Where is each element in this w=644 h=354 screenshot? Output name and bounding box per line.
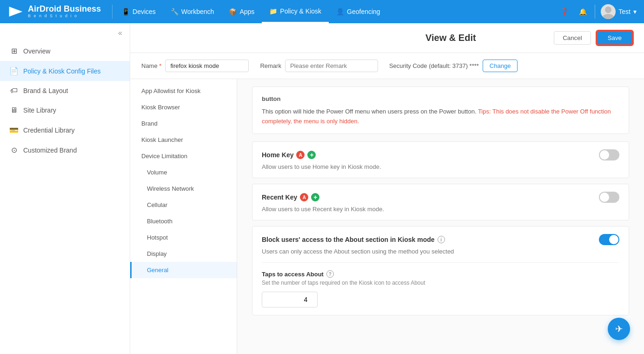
subnav-kiosk-browser[interactable]: Kiosk Browser	[130, 99, 237, 115]
security-field-group: Security Code (default: 3737) **** Chang…	[389, 60, 518, 72]
block-access-title: Block users' access to the About section…	[262, 236, 445, 243]
nav-workbench[interactable]: 🔧 Workbench	[163, 0, 222, 23]
content-body: App Allowlist for Kiosk Kiosk Browser Br…	[130, 79, 644, 354]
nav-policy[interactable]: 📁 Policy & Kiosk	[262, 0, 329, 23]
avatar	[601, 4, 616, 19]
home-key-title: Home Key A +	[262, 151, 316, 159]
fab-button[interactable]: ✈	[608, 318, 630, 340]
power-button-desc: This option will hide the Power Off menu…	[262, 107, 619, 127]
remark-field-group: Remark	[260, 60, 378, 72]
svg-point-1	[605, 7, 611, 13]
collapse-icon[interactable]: «	[118, 29, 122, 37]
remark-label: Remark	[260, 62, 281, 69]
nav-apps-label: Apps	[239, 8, 254, 15]
layout: « ⊞ Overview 📄 Policy & Kiosk Config Fil…	[0, 23, 644, 354]
recent-key-header: Recent Key A +	[262, 192, 619, 203]
recent-key-section: Recent Key A + Allow users to use Recent…	[252, 184, 629, 220]
nav-workbench-label: Workbench	[181, 8, 214, 15]
sidebar-item-brand-layout[interactable]: 🏷 Brand & Layout	[0, 81, 130, 100]
nav-devices-label: Devices	[133, 8, 156, 15]
logo-name: AirDroid Business	[28, 5, 101, 14]
sidebar-item-site-label: Site Library	[23, 107, 56, 114]
block-access-header: Block users' access to the About section…	[262, 234, 619, 245]
customized-brand-icon: ⊙	[9, 146, 19, 154]
subnav-general[interactable]: General	[130, 262, 237, 278]
logo[interactable]: AirDroid Business B e n d S t u d i o	[7, 3, 101, 20]
block-info-icon[interactable]: i	[438, 236, 445, 243]
subnav-cellular[interactable]: Cellular	[130, 197, 237, 213]
nav-apps[interactable]: 📦 Apps	[221, 0, 262, 23]
cancel-button[interactable]: Cancel	[554, 31, 591, 45]
workbench-icon: 🔧	[171, 8, 179, 15]
taps-info-icon[interactable]: ?	[326, 270, 334, 278]
block-access-desc: Users can only access the About section …	[262, 248, 619, 255]
help-icon[interactable]: ❓	[558, 5, 571, 18]
logo-sub: B e n d S t u d i o	[28, 14, 101, 19]
devices-icon: 📱	[122, 8, 130, 15]
content-header: View & Edit Cancel Save	[130, 23, 644, 53]
security-label: Security Code (default: 3737) ****	[389, 62, 479, 69]
recent-key-toggle[interactable]	[599, 192, 619, 203]
recent-key-desc: Allow users to use Recent key in Kiosk m…	[262, 206, 619, 213]
svg-marker-0	[9, 7, 23, 17]
subnav-volume[interactable]: Volume	[130, 164, 237, 180]
save-button[interactable]: Save	[597, 31, 633, 45]
subnav-app-allowlist[interactable]: App Allowlist for Kiosk	[130, 83, 237, 99]
geofencing-icon: 👤	[336, 8, 344, 15]
sidebar-item-overview-label: Overview	[23, 47, 50, 55]
subnav-kiosk-launcher[interactable]: Kiosk Launcher	[130, 132, 237, 148]
android-badge-home: A	[296, 151, 305, 159]
sidebar: « ⊞ Overview 📄 Policy & Kiosk Config Fil…	[0, 23, 130, 354]
taps-sub-setting: Taps to access About ? Set the number of…	[262, 262, 619, 307]
subnav-display[interactable]: Display	[130, 246, 237, 262]
plus-badge-recent: +	[311, 193, 319, 201]
plus-badge-home: +	[307, 151, 316, 159]
subnav-bluetooth[interactable]: Bluetooth	[130, 213, 237, 229]
user-chevron-icon: ▾	[633, 8, 637, 15]
power-button-section: button This option will hide the Power O…	[252, 87, 629, 134]
home-key-toggle[interactable]	[599, 149, 619, 160]
sidebar-item-policy[interactable]: 📄 Policy & Kiosk Config Files	[0, 61, 130, 81]
credential-icon: 💳	[9, 126, 19, 134]
taps-spinner: ▲ ▼	[262, 292, 318, 307]
main-content: View & Edit Cancel Save Name * Remark Se…	[130, 23, 644, 354]
power-button-label: button	[262, 94, 619, 104]
remark-input[interactable]	[285, 60, 378, 72]
taps-title: Taps to access About ?	[262, 270, 619, 278]
subnav-brand[interactable]: Brand	[130, 115, 237, 132]
subnav-hotspot[interactable]: Hotspot	[130, 229, 237, 246]
nav-devices[interactable]: 📱 Devices	[114, 0, 163, 23]
sub-nav: App Allowlist for Kiosk Kiosk Browser Br…	[130, 79, 237, 354]
nav-geofencing[interactable]: 👤 Geofencing	[329, 0, 388, 23]
subnav-device-limitation[interactable]: Device Limitation	[130, 148, 237, 164]
block-access-section: Block users' access to the About section…	[252, 226, 629, 315]
sidebar-item-site-library[interactable]: 🖥 Site Library	[0, 100, 130, 120]
sidebar-item-credential[interactable]: 💳 Credential Library	[0, 120, 130, 140]
policy-file-icon: 📄	[9, 67, 19, 75]
overview-icon: ⊞	[9, 47, 19, 55]
nav-policy-label: Policy & Kiosk	[280, 7, 321, 15]
name-field-group: Name *	[141, 60, 249, 72]
home-key-section: Home Key A + Allow users to use Home key…	[252, 141, 629, 178]
sidebar-menu: ⊞ Overview 📄 Policy & Kiosk Config Files…	[0, 41, 130, 354]
sidebar-collapse: «	[0, 23, 130, 41]
block-access-toggle[interactable]	[599, 234, 619, 245]
policy-icon: 📁	[269, 7, 277, 15]
change-button[interactable]: Change	[483, 60, 518, 72]
nav-right: ❓ 🔔 Test ▾	[558, 4, 637, 19]
top-nav: AirDroid Business B e n d S t u d i o 📱 …	[0, 0, 644, 23]
nav-divider-2	[595, 5, 595, 19]
android-badge-recent: A	[300, 193, 308, 201]
sidebar-item-overview[interactable]: ⊞ Overview	[0, 41, 130, 61]
notification-icon[interactable]: 🔔	[576, 5, 589, 18]
sidebar-item-customized-brand[interactable]: ⊙ Customized Brand	[0, 140, 130, 160]
settings-content: button This option will hide the Power O…	[237, 79, 644, 328]
site-library-icon: 🖥	[9, 106, 19, 114]
user-area[interactable]: Test ▾	[601, 4, 637, 19]
taps-value-input[interactable]	[262, 293, 318, 306]
name-input[interactable]	[165, 60, 249, 72]
subnav-wireless-network[interactable]: Wireless Network	[130, 180, 237, 197]
header-actions: Cancel Save	[554, 31, 633, 45]
settings-panel: button This option will hide the Power O…	[237, 79, 644, 354]
fab-icon: ✈	[615, 323, 623, 334]
